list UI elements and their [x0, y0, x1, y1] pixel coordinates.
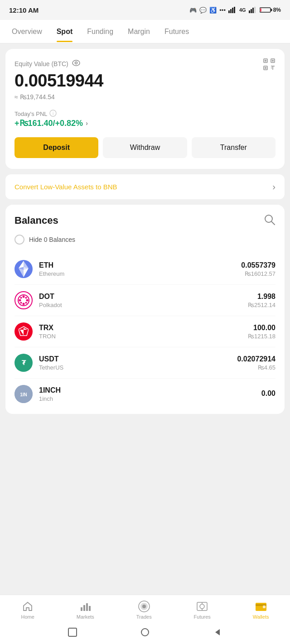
more-icon: •••: [219, 7, 226, 14]
home-btn[interactable]: [139, 626, 151, 639]
futures-icon: [196, 601, 208, 612]
convert-text: Convert Low-Value Assets to BNB: [14, 183, 117, 191]
trx-symbol: TRX: [39, 324, 248, 332]
transfer-button[interactable]: Transfer: [192, 137, 276, 158]
svg-rect-3: [234, 7, 235, 13]
usdt-name: TetherUS: [39, 364, 237, 371]
asset-row-trx[interactable]: TRX TRON 100.00 ₨1215.18: [14, 316, 276, 347]
eth-amount: 0.0557379: [241, 261, 276, 269]
svg-point-38: [25, 297, 27, 299]
home-icon: [22, 601, 34, 612]
usdt-icon: ₮: [14, 354, 33, 372]
back-btn[interactable]: [211, 626, 224, 639]
nav-markets[interactable]: Markets: [69, 599, 102, 621]
svg-line-25: [271, 221, 275, 225]
trx-amount: 100.00: [248, 324, 276, 332]
bottom-nav: Home Markets Trad: [0, 595, 290, 644]
nav-futures-label: Futures: [194, 614, 211, 620]
hide-zero-toggle[interactable]: Hide 0 Balances: [14, 235, 276, 245]
nav-home[interactable]: Home: [14, 599, 41, 621]
asset-row-1inch[interactable]: 1IN 1INCH 1inch 0.00: [14, 379, 276, 409]
dot-balance: 1.998 ₨2512.14: [248, 293, 276, 308]
trx-balance: 100.00 ₨1215.18: [248, 324, 276, 340]
svg-rect-1: [230, 9, 232, 13]
tab-spot[interactable]: Spot: [49, 21, 80, 42]
svg-rect-7: [254, 7, 256, 13]
search-icon[interactable]: [264, 214, 276, 227]
equity-card: Equity Value (BTC) 0.00519944 ≈ ₨19,744.…: [5, 49, 285, 169]
whatsapp-icon: 💬: [199, 7, 207, 14]
network-label: 4G: [239, 7, 246, 13]
nav-markets-label: Markets: [77, 614, 94, 620]
svg-rect-0: [228, 10, 230, 13]
info-icon: i: [49, 110, 57, 118]
square-btn[interactable]: [66, 626, 79, 639]
svg-point-35: [19, 299, 21, 302]
usdt-info: USDT TetherUS: [39, 355, 237, 371]
eth-info: ETH Ethereum: [39, 261, 241, 277]
accessibility-icon: ♿: [209, 7, 217, 14]
signal2-icon: [249, 7, 257, 13]
trx-info: TRX TRON: [39, 324, 248, 340]
eth-icon: [14, 260, 33, 278]
svg-text:i: i: [52, 111, 53, 116]
svg-rect-15: [272, 60, 274, 62]
svg-point-36: [26, 299, 29, 302]
svg-marker-27: [19, 261, 24, 268]
system-nav-bar: [0, 623, 290, 642]
equity-value: 0.00519944: [14, 71, 276, 91]
svg-rect-10: [260, 9, 261, 12]
scan-icon[interactable]: [263, 58, 276, 72]
tab-overview[interactable]: Overview: [5, 21, 49, 42]
nav-trades[interactable]: Trades: [129, 599, 159, 621]
pnl-value[interactable]: +₨161.40/+0.82% ›: [14, 118, 276, 128]
svg-rect-49: [89, 606, 91, 611]
asset-row-eth[interactable]: ETH Ethereum 0.0557379 ₨16012.57: [14, 254, 276, 285]
nav-trades-label: Trades: [136, 614, 152, 620]
status-icons: 🎮 💬 ♿ ••• 4G 8%: [189, 7, 281, 14]
nav-home-label: Home: [21, 614, 34, 620]
usdt-fiat: ₨4.65: [237, 364, 276, 371]
svg-marker-29: [24, 268, 29, 277]
eth-symbol: ETH: [39, 261, 241, 269]
usdt-symbol: USDT: [39, 355, 237, 363]
equity-label: Equity Value (BTC): [14, 60, 276, 67]
inch-name: 1inch: [39, 395, 261, 402]
hide-zero-radio[interactable]: [14, 235, 24, 245]
eye-icon[interactable]: [72, 60, 80, 67]
pnl-chevron: ›: [86, 120, 88, 127]
bottom-nav-items: Home Markets Trad: [0, 599, 290, 623]
asset-row-dot[interactable]: DOT Polkadot 1.998 ₨2512.14: [14, 285, 276, 316]
asset-row-usdt[interactable]: ₮ USDT TetherUS 0.02072914 ₨4.65: [14, 347, 276, 379]
inch-info: 1INCH 1inch: [39, 386, 261, 402]
tab-margin[interactable]: Margin: [121, 21, 157, 42]
tab-futures[interactable]: Futures: [157, 21, 196, 42]
status-time: 12:10 AM: [9, 6, 39, 14]
battery-percent: 8%: [273, 7, 281, 13]
svg-rect-46: [81, 607, 82, 611]
svg-point-37: [20, 297, 22, 299]
trx-fiat: ₨1215.18: [248, 333, 276, 340]
signal-icon: [228, 7, 237, 13]
dot-symbol: DOT: [39, 293, 248, 301]
wallets-icon: [255, 601, 267, 612]
inch-balance: 0.00: [261, 389, 276, 399]
dot-amount: 1.998: [248, 293, 276, 301]
svg-text:1IN: 1IN: [20, 392, 27, 397]
withdraw-button[interactable]: Withdraw: [103, 137, 187, 158]
svg-marker-28: [19, 268, 24, 277]
deposit-button[interactable]: Deposit: [14, 137, 98, 158]
svg-rect-8: [260, 8, 271, 12]
svg-rect-59: [263, 606, 266, 608]
convert-banner[interactable]: Convert Low-Value Assets to BNB ›: [5, 174, 285, 199]
nav-wallets[interactable]: Wallets: [246, 599, 276, 621]
tab-funding[interactable]: Funding: [80, 21, 121, 42]
pnl-label: Today's PNL i: [14, 110, 276, 118]
svg-marker-42: [20, 328, 27, 335]
nav-wallets-label: Wallets: [253, 614, 269, 620]
nav-futures[interactable]: Futures: [187, 599, 218, 621]
equity-fiat: ≈ ₨19,744.54: [14, 93, 276, 101]
gamepad-icon: 🎮: [189, 7, 197, 14]
svg-rect-9: [271, 9, 272, 11]
dot-info: DOT Polkadot: [39, 293, 248, 308]
